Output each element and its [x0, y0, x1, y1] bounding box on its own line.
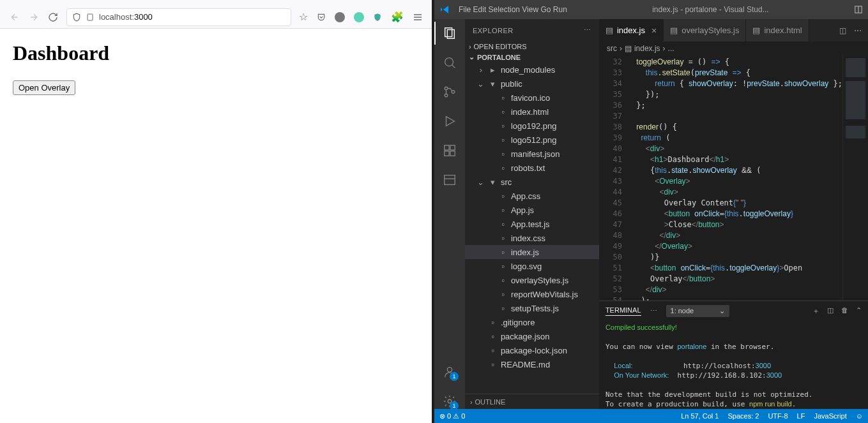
terminal-shell-select[interactable]: 1: node⌄: [666, 305, 730, 317]
tree-item-public[interactable]: ⌄▾public: [465, 77, 599, 91]
ext3-icon[interactable]: [373, 13, 382, 22]
tree-item-index-css[interactable]: ▫index.css: [465, 231, 599, 245]
file-icon: ▫: [498, 121, 508, 131]
tree-item-App-css[interactable]: ▫App.css: [465, 189, 599, 203]
project-section[interactable]: ⌄PORTALONE: [465, 52, 599, 63]
tree-item-src[interactable]: ⌄▾src: [465, 175, 599, 189]
ext1-icon[interactable]: [335, 12, 345, 22]
status-lang[interactable]: JavaScript: [814, 412, 846, 420]
tree-item-package-json[interactable]: ▫package.json: [465, 329, 599, 343]
ext2-icon[interactable]: [354, 12, 364, 22]
pocket-icon[interactable]: [317, 13, 326, 22]
tree-item-node_modules[interactable]: ›▸node_modules: [465, 63, 599, 77]
tree-item-overlayStyles-js[interactable]: ▫overlayStyles.js: [465, 273, 599, 287]
tab-overlayStyles-js[interactable]: ▤overlayStyles.js: [664, 19, 746, 41]
scm-icon[interactable]: [442, 84, 457, 100]
reload-button[interactable]: [47, 11, 59, 23]
status-errors[interactable]: ⊗ 0 ⚠ 0: [439, 412, 465, 420]
status-spaces[interactable]: Spaces: 2: [727, 412, 759, 420]
code-editor[interactable]: toggleOverlay = () => { this.setState(pr…: [627, 56, 842, 301]
menu-go[interactable]: Go: [540, 5, 551, 14]
tree-item-logo512-png[interactable]: ▫logo512.png: [465, 133, 599, 147]
tree-item-reportWebVitals-js[interactable]: ▫reportWebVitals.js: [465, 287, 599, 301]
settings-icon[interactable]: 1: [442, 394, 457, 409]
forward-button[interactable]: [28, 11, 40, 23]
terminal-tab[interactable]: TERMINAL: [605, 306, 641, 316]
open-overlay-button[interactable]: Open Overlay: [13, 80, 75, 95]
file-icon: ▫: [498, 149, 508, 159]
breadcrumb[interactable]: src› ▤index.js› ...: [599, 41, 868, 56]
new-terminal-icon[interactable]: ＋: [812, 306, 819, 316]
svg-point-6: [445, 94, 448, 97]
sidebar: EXPLORER ⋯ ›OPEN EDITORS ⌄PORTALONE ›▸no…: [465, 19, 599, 409]
line-gutter: 32 33 34 35 36 37 38 39 40 41 42 43 44 4…: [599, 56, 627, 301]
tree-item-index-js[interactable]: ▫index.js: [465, 245, 599, 259]
split-terminal-icon[interactable]: ◫: [827, 306, 834, 316]
status-ln[interactable]: Ln 57, Col 1: [681, 412, 719, 420]
terminal-panel: TERMINAL ⋯ 1: node⌄ ＋ ◫ 🗑 ⌃ Compiled suc…: [599, 301, 868, 409]
explorer-label: EXPLORER: [473, 27, 514, 34]
file-icon: ▫: [498, 248, 508, 257]
close-tab-icon[interactable]: ×: [651, 26, 657, 36]
file-icon: ▫: [498, 262, 508, 271]
tree-item-logo-svg[interactable]: ▫logo.svg: [465, 259, 599, 273]
status-enc[interactable]: UTF-8: [768, 412, 788, 420]
address-bar[interactable]: localhost:3000: [66, 8, 291, 26]
ext4-icon[interactable]: 🧩: [391, 11, 404, 23]
tree-item-logo192-png[interactable]: ▫logo192.png: [465, 119, 599, 133]
tree-item-manifest-json[interactable]: ▫manifest.json: [465, 147, 599, 161]
file-icon: ▫: [498, 163, 508, 173]
svg-point-7: [452, 91, 455, 94]
file-icon: ▫: [498, 290, 508, 299]
more-icon[interactable]: ⋯: [584, 26, 591, 34]
minimap[interactable]: [842, 56, 868, 301]
menu-file[interactable]: File: [459, 5, 471, 14]
search-icon[interactable]: [442, 55, 457, 70]
open-editors-section[interactable]: ›OPEN EDITORS: [465, 41, 599, 52]
more-tabs-icon[interactable]: ⋯: [854, 26, 862, 35]
menu-selection[interactable]: Selection: [489, 5, 520, 14]
terminal-output[interactable]: Compiled successfully! You can now view …: [599, 320, 868, 409]
tree-item-App-js[interactable]: ▫App.js: [465, 203, 599, 217]
file-icon: ▫: [498, 93, 508, 103]
browser-toolbar: localhost:3000 ☆ 🧩: [0, 6, 432, 29]
file-icon: ▤: [605, 26, 613, 35]
tab-index-html[interactable]: ▤index.html: [746, 19, 809, 41]
explorer-icon[interactable]: [442, 26, 457, 41]
tree-item-App-test-js[interactable]: ▫App.test.js: [465, 217, 599, 231]
tree-item--gitignore[interactable]: ▫.gitignore: [465, 315, 599, 329]
kill-terminal-icon[interactable]: 🗑: [841, 306, 848, 316]
file-icon: ▫: [488, 318, 498, 327]
tab-index-js[interactable]: ▤index.js×: [599, 19, 664, 41]
page-title: Dashboard: [13, 41, 419, 65]
layout-icon[interactable]: [854, 5, 863, 14]
tree-item-package-lock-json[interactable]: ▫package-lock.json: [465, 343, 599, 357]
feedback-icon[interactable]: ☺: [856, 412, 863, 420]
menu-edit[interactable]: Edit: [473, 5, 487, 14]
status-eol[interactable]: LF: [797, 412, 805, 420]
account-icon[interactable]: 1: [442, 364, 457, 380]
menu-run[interactable]: Run: [553, 5, 567, 14]
terminal-more-icon[interactable]: ⋯: [650, 307, 657, 315]
split-editor-icon[interactable]: ◫: [839, 26, 846, 35]
page-icon: [86, 13, 94, 22]
extensions-icon[interactable]: [442, 143, 457, 158]
menu-view[interactable]: View: [522, 5, 538, 14]
tree-item-index-html[interactable]: ▫index.html: [465, 105, 599, 119]
menu-icon[interactable]: [413, 12, 423, 22]
svg-rect-9: [450, 145, 455, 150]
svg-rect-12: [445, 175, 455, 185]
back-button[interactable]: [9, 11, 20, 23]
tree-item-README-md[interactable]: ▫README.md: [465, 357, 599, 371]
tree-item-setupTests-js[interactable]: ▫setupTests.js: [465, 301, 599, 315]
bookmark-icon[interactable]: ☆: [299, 11, 308, 23]
file-icon: ▫: [498, 219, 508, 229]
panel-icon[interactable]: [442, 172, 457, 188]
tree-item-robots-txt[interactable]: ▫robots.txt: [465, 161, 599, 175]
tree-item-favicon-ico[interactable]: ▫favicon.ico: [465, 91, 599, 105]
svg-point-13: [447, 367, 452, 372]
maximize-terminal-icon[interactable]: ⌃: [856, 306, 862, 316]
outline-section[interactable]: ›OUTLINE: [465, 394, 599, 409]
file-icon: ▫: [498, 107, 508, 117]
debug-icon[interactable]: [442, 114, 457, 129]
